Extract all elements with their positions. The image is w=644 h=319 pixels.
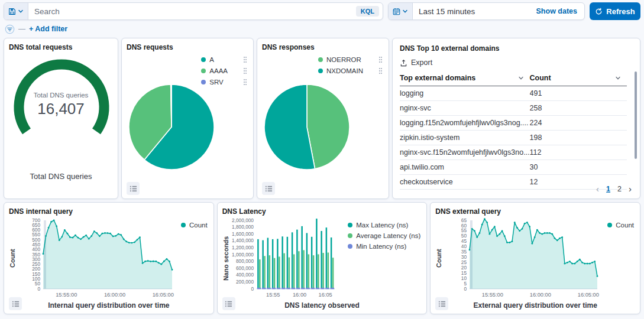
export-button[interactable]: Export (400, 58, 633, 67)
legend-label: SRV (209, 79, 223, 86)
search-bar: KQL (4, 2, 383, 20)
svg-text:0: 0 (251, 286, 254, 292)
cell-domain: nginx-svc (400, 101, 530, 116)
chevron-down-icon (402, 8, 408, 14)
svg-text:10: 10 (461, 275, 467, 281)
legend-action-menu-icon[interactable] (378, 67, 383, 74)
filter-icon[interactable] (5, 24, 15, 34)
legend-dot (201, 69, 206, 73)
cell-domain: api.twilio.com (400, 160, 530, 175)
legend-item[interactable]: Count (607, 222, 634, 229)
show-dates-button[interactable]: Show dates (536, 7, 584, 15)
column-header-domains[interactable]: Top external domains (400, 71, 530, 86)
panel-title: DNS Top 10 external domains (400, 44, 633, 53)
svg-text:15: 15 (461, 270, 467, 276)
legend-dot (348, 223, 352, 227)
cell-count: 258 (530, 101, 627, 116)
chart-legend: Max Latency (ns)Average Latency (ns)Min … (348, 222, 420, 250)
chart-legend: AAAAASRV (201, 56, 247, 86)
legend-item[interactable]: Max Latency (ns) (348, 222, 420, 229)
requests-pie-chart (127, 82, 216, 172)
panel-title: DNS internal query (9, 207, 209, 216)
legend-item[interactable]: AAAA (201, 67, 247, 74)
svg-text:16:05:00: 16:05:00 (153, 292, 174, 298)
legend-action-menu-icon[interactable] (243, 67, 247, 74)
refresh-button[interactable]: Refresh (590, 2, 640, 20)
legend-label: NOERROR (326, 56, 361, 63)
table-scrollbar[interactable] (635, 71, 637, 159)
saved-query-menu-button[interactable] (4, 3, 28, 19)
cell-count: 112 (530, 145, 627, 160)
legend-item[interactable]: Average Latency (ns) (348, 232, 420, 239)
svg-text:1,400,000: 1,400,000 (232, 237, 254, 243)
legend-list-icon (12, 300, 20, 308)
dashboard-row-1: DNS total requests Total DNS queries 16,… (0, 38, 644, 199)
legend-item[interactable]: NOERROR (318, 56, 383, 63)
svg-text:600,000: 600,000 (236, 265, 254, 271)
panel-dns-external-query: DNS external query Count 051015202530354… (430, 202, 640, 314)
legend-label: Count (616, 222, 634, 229)
legend-action-menu-icon[interactable] (378, 56, 383, 63)
panel-title: DNS external query (435, 207, 635, 216)
export-label: Export (411, 58, 432, 67)
gauge-center-label: Total DNS queries (9, 92, 113, 99)
search-input[interactable] (28, 7, 356, 16)
legend-label: Average Latency (ns) (356, 232, 420, 239)
cell-domain: zipkin.istio-system (400, 131, 530, 145)
legend-dot (348, 244, 352, 249)
domains-table: Top external domains Count logging491ngi… (400, 71, 627, 190)
legend-item[interactable]: SRV (201, 79, 247, 86)
cell-count: 30 (530, 160, 627, 175)
time-range-value[interactable]: Last 15 minutes (413, 7, 536, 16)
pagination-prev-icon[interactable]: ‹ (596, 184, 599, 194)
date-quick-menu-button[interactable] (389, 3, 413, 19)
legend-toggle-button[interactable] (435, 297, 448, 310)
panel-title: DNS responses (262, 43, 384, 51)
pagination-next-icon[interactable]: › (629, 184, 632, 194)
save-icon (8, 8, 16, 15)
kql-language-button[interactable]: KQL (356, 6, 379, 17)
pagination-page-1[interactable]: 1 (606, 185, 610, 193)
panel-dns-total-requests: DNS total requests Total DNS queries 16,… (4, 38, 118, 199)
svg-text:60: 60 (461, 223, 467, 229)
legend-toggle-button[interactable] (222, 297, 235, 310)
legend-dot (318, 57, 323, 62)
table-pagination: ‹12› (596, 184, 632, 194)
legend-dot (181, 223, 186, 227)
svg-text:15:55:00: 15:55:00 (482, 292, 503, 298)
legend-item[interactable]: Count (181, 222, 208, 229)
svg-text:25: 25 (461, 259, 467, 265)
svg-text:1,600,000: 1,600,000 (232, 231, 254, 237)
legend-item[interactable]: NXDOMAIN (318, 67, 383, 74)
panel-dns-top-external-domains: DNS Top 10 external domains Export Top e… (392, 38, 640, 199)
panel-dns-internal-query: DNS internal query Count 050100150200250… (4, 202, 214, 314)
dashboard-row-2: DNS internal query Count 050100150200250… (0, 202, 644, 314)
panel-dns-responses: DNS responses NOERRORNXDOMAIN (257, 38, 389, 199)
legend-toggle-button[interactable] (262, 182, 275, 195)
legend-list-icon (130, 185, 137, 193)
svg-text:35: 35 (461, 249, 467, 255)
legend-dot (201, 57, 206, 62)
chart-legend: NOERRORNXDOMAIN (318, 56, 383, 74)
table-row: logging.f15n2womfujehfjlwv0lgs3nog....22… (400, 116, 627, 131)
legend-action-menu-icon[interactable] (243, 56, 247, 63)
legend-toggle-button[interactable] (9, 297, 22, 310)
legend-item[interactable]: Min Latency (ns) (348, 243, 420, 250)
svg-text:16:00: 16:00 (293, 292, 306, 298)
cell-count: 491 (530, 86, 627, 101)
legend-action-menu-icon[interactable] (243, 79, 247, 86)
external-query-chart: 0510152025303540455055606515:55:0016:00:… (442, 217, 635, 300)
svg-text:16:00:00: 16:00:00 (530, 292, 551, 298)
svg-text:40: 40 (461, 243, 467, 249)
legend-dot (607, 223, 612, 227)
svg-text:55: 55 (461, 227, 467, 233)
column-header-count[interactable]: Count (530, 71, 627, 86)
add-filter-button[interactable]: + Add filter (29, 25, 67, 33)
pagination-page-2[interactable]: 2 (617, 185, 622, 193)
legend-item[interactable]: A (201, 56, 247, 63)
svg-text:800,000: 800,000 (236, 258, 254, 264)
legend-toggle-button[interactable] (127, 182, 140, 195)
svg-text:20: 20 (461, 265, 467, 271)
table-row: logging491 (400, 86, 627, 101)
legend-label: Max Latency (ns) (356, 222, 408, 229)
